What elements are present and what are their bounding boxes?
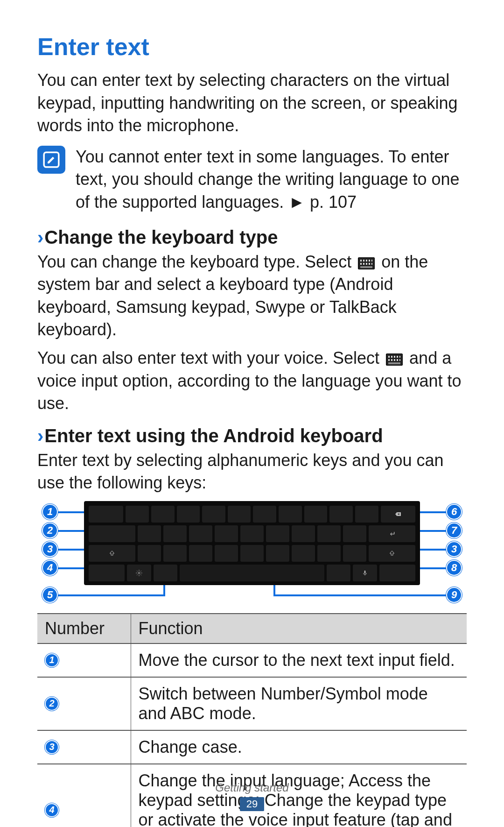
callout-badge: 8 [446,560,462,576]
chevron-right-icon: › [37,227,43,247]
callout-badge: 2 [45,697,59,711]
table-row: 1 Move the cursor to the next text input… [37,643,467,677]
backspace-key [381,506,415,523]
gear-icon [135,569,143,577]
mode-key [89,525,135,542]
enter-icon [388,530,396,537]
keyboard-row [89,506,415,523]
pencil-in-square-icon [42,151,60,169]
callout-badge: 5 [42,587,58,603]
subheading-android-keyboard: ›Enter text using the Android keyboard [37,425,467,446]
callout-badge: 1 [45,653,59,667]
shift-icon [108,550,116,557]
tab-key [89,506,123,523]
callout-badge: 3 [446,541,462,557]
page-number: 29 [240,797,264,811]
space-key [180,565,324,581]
table-row: 2 Switch between Number/Symbol mode and … [37,677,467,730]
keyboard-icon [386,353,403,366]
callout-badge: 7 [446,523,462,538]
callout-badge: 2 [42,523,58,538]
footer-section-name: Getting started [0,781,504,794]
table-cell: Change case. [131,730,467,764]
note-text: You cannot enter text in some languages.… [76,146,467,214]
intro-paragraph: You can enter text by selecting characte… [37,69,467,137]
keyboard-row [89,545,415,562]
table-row: 3 Change case. [37,730,467,764]
page-title: Enter text [37,33,467,61]
table-header: Number [37,614,131,643]
keyboard-row [89,565,415,581]
table-cell: Switch between Number/Symbol mode and AB… [131,677,467,730]
enter-key [369,525,415,542]
paragraph: Enter text by selecting alphanumeric key… [37,449,467,495]
shift-left-key [89,545,135,562]
subheading-text: Change the keyboard type [44,227,278,247]
keyboard-diagram: 1 2 3 4 5 6 7 3 8 9 [42,501,462,608]
shift-right-key [369,545,415,562]
callout-badge: 3 [42,541,58,557]
backspace-icon [394,510,402,518]
table-cell: Move the cursor to the next text input f… [131,643,467,677]
mic-key [353,565,377,581]
callout-badge: 4 [42,560,58,576]
subheading-text: Enter text using the Android keyboard [44,425,383,446]
callout-badge: 9 [446,587,462,603]
keyboard-icon [358,257,375,269]
chevron-right-icon: › [37,425,43,446]
paragraph: You can change the keyboard type. Select… [37,251,467,341]
note-block: You cannot enter text in some languages.… [37,146,467,214]
callout-badge: 1 [42,504,58,520]
text-run: You can also enter text with your voice.… [37,348,384,368]
text-run: You can change the keyboard type. Select [37,252,356,271]
settings-key [127,565,151,581]
note-info-icon [37,146,65,174]
page-footer: Getting started 29 [0,781,504,811]
paragraph: You can also enter text with your voice.… [37,347,467,415]
callout-badge: 3 [45,740,59,754]
svg-rect-2 [364,571,366,574]
table-header: Function [131,614,467,643]
virtual-keyboard [84,501,420,585]
svg-point-1 [138,572,140,574]
shift-icon [388,550,396,557]
manual-page: Enter text You can enter text by selecti… [0,0,504,827]
lang-key [154,565,178,581]
subheading-change-keyboard: ›Change the keyboard type [37,227,467,248]
callout-badge: 6 [446,504,462,520]
keyboard-row [89,525,415,542]
mic-icon [361,569,369,577]
